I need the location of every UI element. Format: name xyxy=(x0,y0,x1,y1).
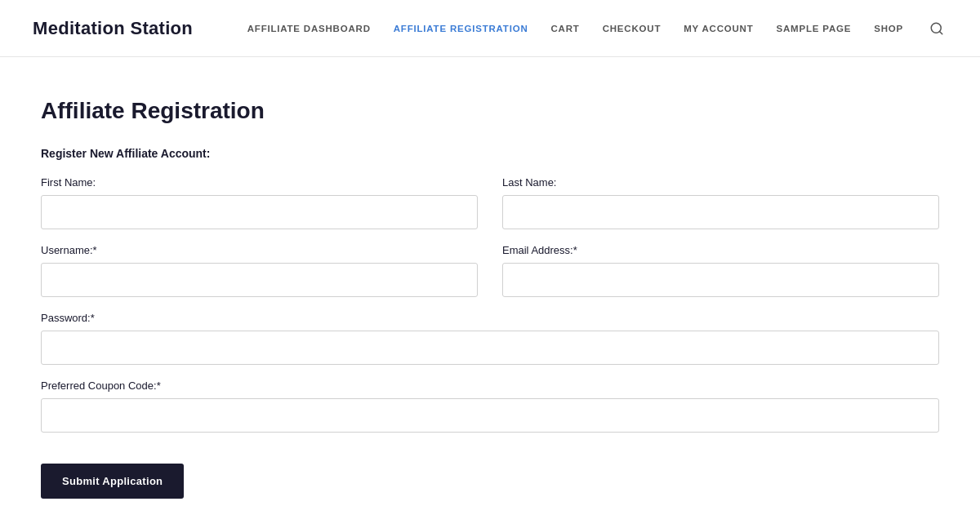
first-name-input[interactable] xyxy=(41,195,478,229)
nav-cart[interactable]: CART xyxy=(551,24,580,33)
password-group: Password:* xyxy=(41,312,939,365)
last-name-label: Last Name: xyxy=(502,176,939,189)
nav-my-account[interactable]: MY ACCOUNT xyxy=(684,24,753,33)
content-area: Affiliate Registration Register New Affi… xyxy=(0,57,980,506)
nav-checkout[interactable]: CHECKOUT xyxy=(603,24,662,33)
page-title: Affiliate Registration xyxy=(41,98,939,124)
email-group: Email Address:* xyxy=(502,244,939,297)
coupon-input[interactable] xyxy=(41,398,939,433)
submit-button[interactable]: Submit Application xyxy=(41,464,184,499)
main-nav: AFFILIATE DASHBOARD AFFILIATE REGISTRATI… xyxy=(247,18,947,39)
last-name-group: Last Name: xyxy=(502,176,939,229)
coupon-row: Preferred Coupon Code:* xyxy=(41,380,939,433)
svg-line-1 xyxy=(939,31,942,33)
search-button[interactable] xyxy=(926,18,947,39)
first-name-group: First Name: xyxy=(41,176,478,229)
password-row: Password:* xyxy=(41,312,939,365)
username-input[interactable] xyxy=(41,263,478,297)
password-input[interactable] xyxy=(41,331,939,365)
coupon-group: Preferred Coupon Code:* xyxy=(41,380,939,433)
main-content: Affiliate Registration Register New Affi… xyxy=(0,57,980,506)
coupon-label: Preferred Coupon Code:* xyxy=(41,380,939,392)
last-name-input[interactable] xyxy=(502,195,939,229)
email-label: Email Address:* xyxy=(502,244,939,256)
nav-sample-page[interactable]: SAMPLE PAGE xyxy=(777,24,852,33)
search-icon xyxy=(929,21,944,36)
email-input[interactable] xyxy=(502,263,939,297)
username-label: Username:* xyxy=(41,244,478,256)
nav-affiliate-dashboard[interactable]: AFFILIATE DASHBOARD xyxy=(247,24,371,33)
username-email-row: Username:* Email Address:* xyxy=(41,244,939,297)
site-header: Meditation Station AFFILIATE DASHBOARD A… xyxy=(0,0,980,57)
username-group: Username:* xyxy=(41,244,478,297)
affiliate-registration-form: First Name: Last Name: Username:* Email … xyxy=(41,176,939,499)
form-section-title: Register New Affiliate Account: xyxy=(41,147,939,160)
nav-shop[interactable]: SHOP xyxy=(874,24,903,33)
name-row: First Name: Last Name: xyxy=(41,176,939,229)
first-name-label: First Name: xyxy=(41,176,478,189)
site-title: Meditation Station xyxy=(33,18,193,39)
password-label: Password:* xyxy=(41,312,939,324)
nav-affiliate-registration[interactable]: AFFILIATE REGISTRATION xyxy=(394,24,528,33)
